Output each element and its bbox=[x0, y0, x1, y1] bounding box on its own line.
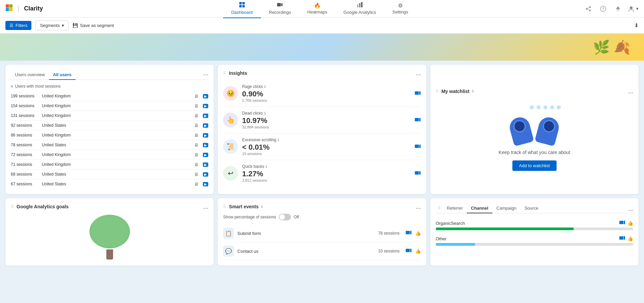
tab-recordings[interactable]: Recordings bbox=[261, 0, 299, 18]
ga-tree-illustration bbox=[89, 215, 130, 260]
ref-recording-button[interactable] bbox=[619, 236, 625, 242]
tab-users-overview[interactable]: Users overview bbox=[11, 70, 49, 80]
insight-recording-button[interactable] bbox=[415, 90, 421, 97]
recording-button[interactable]: ▶ bbox=[203, 123, 208, 128]
smart-event-thumb-button[interactable]: 👍 bbox=[415, 231, 421, 236]
location: United States bbox=[42, 123, 190, 128]
insight-recording-button[interactable] bbox=[415, 143, 421, 150]
recording-button[interactable]: ▶ bbox=[203, 172, 208, 177]
ref-thumb-button[interactable]: 👍 bbox=[627, 236, 633, 241]
users-overview-more-button[interactable]: ... bbox=[203, 70, 208, 76]
smart-events-more-button[interactable]: ... bbox=[416, 204, 421, 210]
tab-dashboard[interactable]: Dashboard bbox=[223, 0, 261, 18]
smart-events-header: ⠿ Smart events ℹ ... bbox=[223, 204, 421, 210]
bino-left bbox=[508, 115, 534, 146]
save-icon: 💾 bbox=[73, 23, 78, 28]
location: United Kingdom bbox=[42, 152, 190, 157]
insight-recording-button[interactable] bbox=[415, 170, 421, 177]
ref-bar-wrap bbox=[436, 228, 633, 230]
ga-title: Google Analytics goals bbox=[17, 204, 69, 209]
insight-recording-button[interactable] bbox=[415, 117, 421, 124]
users-list-item: 67 sessions United States 🖥 ▶ bbox=[11, 179, 208, 189]
watchlist-info-icon: ℹ bbox=[472, 89, 474, 93]
smart-events-toggle-row: Show percentage of sessions Off bbox=[223, 214, 421, 220]
my-watchlist-card: ⠿ My watchlist ℹ ... ❄ ❄ ❄ ❄ ❄ Keep trac… bbox=[430, 65, 639, 194]
insight-info-icon: ℹ bbox=[266, 164, 267, 169]
notifications-icon[interactable] bbox=[613, 3, 623, 14]
recording-button[interactable]: ▶ bbox=[203, 133, 208, 138]
session-count: 71 sessions bbox=[11, 162, 38, 167]
ref-item-header: Other 👍 bbox=[436, 236, 633, 242]
ref-bar bbox=[436, 228, 574, 230]
users-overview-card: Users overview All users ... ≡ Users wit… bbox=[5, 65, 214, 194]
share-icon[interactable] bbox=[583, 3, 594, 14]
svg-marker-37 bbox=[624, 236, 625, 240]
nav-right: ? ▾ bbox=[583, 3, 639, 14]
ga-illustration-wrap bbox=[11, 214, 208, 260]
nav-tabs: Dashboard Recordings 🔥 Heatmaps Google A… bbox=[56, 0, 583, 18]
svg-marker-35 bbox=[624, 220, 625, 224]
tab-channel-label: Channel bbox=[471, 206, 488, 211]
svg-rect-0 bbox=[6, 4, 9, 7]
svg-marker-27 bbox=[419, 144, 421, 148]
filters-button[interactable]: ☰ Filters bbox=[5, 21, 31, 30]
ref-recording-button[interactable] bbox=[619, 220, 625, 226]
ref-item: Other 👍 bbox=[436, 233, 633, 248]
toggle-knob bbox=[279, 214, 285, 220]
ref-thumb-button[interactable]: 👍 bbox=[627, 220, 633, 226]
smart-event-thumb-button[interactable]: 👍 bbox=[415, 248, 421, 254]
add-to-watchlist-button[interactable]: Add to watchlist bbox=[512, 160, 557, 171]
referrer-more-button[interactable]: ... bbox=[628, 206, 633, 212]
user-menu-button[interactable]: ▾ bbox=[627, 5, 639, 12]
tab-all-users[interactable]: All users bbox=[49, 70, 76, 80]
tab-heatmaps[interactable]: 🔥 Heatmaps bbox=[299, 0, 335, 18]
segments-chevron-icon: ▾ bbox=[62, 23, 64, 28]
tab-source[interactable]: Source bbox=[520, 204, 542, 213]
svg-rect-2 bbox=[6, 8, 9, 11]
download-button[interactable]: ⬇ bbox=[634, 22, 639, 29]
session-count: 78 sessions bbox=[11, 143, 38, 147]
recording-button[interactable]: ▶ bbox=[203, 162, 208, 167]
insight-value: 0.90% bbox=[242, 90, 410, 98]
users-sort-row: ≡ Users with most sessions bbox=[11, 84, 208, 89]
nav-brand: | Clarity bbox=[5, 4, 43, 13]
smart-events-title-row: ⠿ Smart events ℹ bbox=[223, 204, 263, 209]
recording-button[interactable]: ▶ bbox=[203, 153, 208, 157]
svg-rect-26 bbox=[415, 145, 419, 148]
recording-button[interactable]: ▶ bbox=[203, 182, 208, 186]
watchlist-more-button[interactable]: ... bbox=[628, 88, 633, 94]
users-sort-label: Users with most sessions bbox=[15, 84, 60, 89]
insight-excessive-scrolling: 📜 Excessive scrolling ℹ < 0.01% 15 sessi… bbox=[223, 133, 421, 160]
tab-google-analytics[interactable]: Google Analytics bbox=[336, 0, 384, 18]
svg-point-21 bbox=[630, 6, 633, 9]
hero-banner-art: 🌿 🍂 bbox=[593, 34, 644, 61]
tab-settings[interactable]: ⚙ Settings bbox=[384, 0, 416, 18]
svg-rect-4 bbox=[239, 2, 242, 4]
smart-event-name: Submit form bbox=[237, 231, 375, 236]
help-icon[interactable]: ? bbox=[598, 3, 609, 14]
insights-more-button[interactable]: ... bbox=[416, 70, 421, 76]
tab-channel[interactable]: Channel bbox=[467, 204, 492, 213]
insight-label: Excessive scrolling ℹ bbox=[242, 138, 410, 142]
smart-event-recording-button[interactable] bbox=[406, 248, 412, 254]
smart-event-recording-button[interactable] bbox=[406, 230, 412, 236]
save-segment-button[interactable]: 💾 Save as segment bbox=[73, 23, 114, 28]
ga-more-button[interactable]: ... bbox=[203, 204, 208, 210]
insight-sessions: 32,884 sessions bbox=[242, 125, 410, 129]
recording-button[interactable]: ▶ bbox=[203, 143, 208, 147]
toggle-switch[interactable] bbox=[279, 214, 291, 220]
users-list-item: 199 sessions United Kingdom 🖥 ▶ bbox=[11, 91, 208, 101]
ga-drag-icon: ⠿ bbox=[11, 204, 14, 209]
segments-button[interactable]: Segments ▾ bbox=[35, 21, 69, 30]
recording-button[interactable]: ▶ bbox=[203, 114, 208, 118]
insights-drag-icon: ⠿ bbox=[223, 71, 226, 75]
recording-button[interactable]: ▶ bbox=[203, 94, 208, 98]
recording-button[interactable]: ▶ bbox=[203, 104, 208, 108]
smart-event-icon-wrap: 💬 bbox=[223, 246, 234, 256]
tab-campaign[interactable]: Campaign bbox=[492, 204, 520, 213]
svg-rect-28 bbox=[415, 171, 419, 175]
ref-item-header: OrganicSearch 👍 bbox=[436, 220, 633, 226]
watchlist-header: ⠿ My watchlist ℹ ... bbox=[436, 88, 633, 94]
insights-card: ⠿ Insights ... 😣 Rage clicks ℹ 0.90% 2,7… bbox=[218, 65, 426, 194]
tab-referrer[interactable]: Referrer bbox=[443, 204, 467, 213]
